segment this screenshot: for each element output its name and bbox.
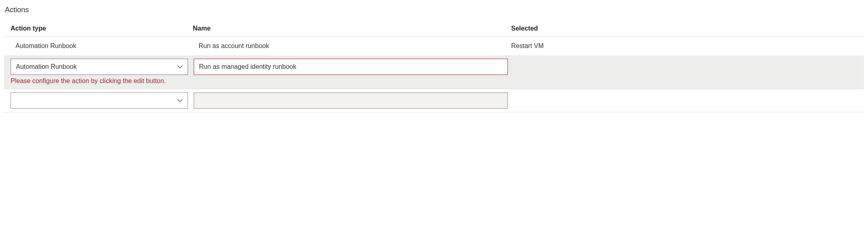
error-message: Please configure the action by clicking … (4, 75, 864, 86)
table-row: Automation Runbook Run as account runboo… (4, 37, 864, 55)
header-selected: Selected (509, 25, 864, 32)
selected-value: Restart VM (509, 42, 864, 50)
section-title: Actions (4, 6, 864, 14)
action-type-value: Automation Runbook (4, 42, 187, 50)
dropdown-value: Automation Runbook (16, 63, 77, 70)
actions-table: Action type Name Selected Automation Run… (4, 22, 864, 112)
action-type-dropdown[interactable]: Automation Runbook (11, 59, 188, 75)
table-header-row: Action type Name Selected (4, 22, 864, 37)
table-row (4, 89, 864, 112)
header-name: Name (187, 25, 509, 32)
header-action-type: Action type (4, 25, 187, 32)
table-row: Automation Runbook Please configure the … (4, 55, 864, 89)
action-type-dropdown[interactable] (11, 92, 188, 109)
name-input[interactable] (194, 59, 508, 75)
name-input[interactable] (194, 92, 508, 109)
chevron-down-icon (177, 64, 183, 70)
chevron-down-icon (177, 98, 183, 103)
name-value: Run as account runbook (187, 42, 509, 50)
